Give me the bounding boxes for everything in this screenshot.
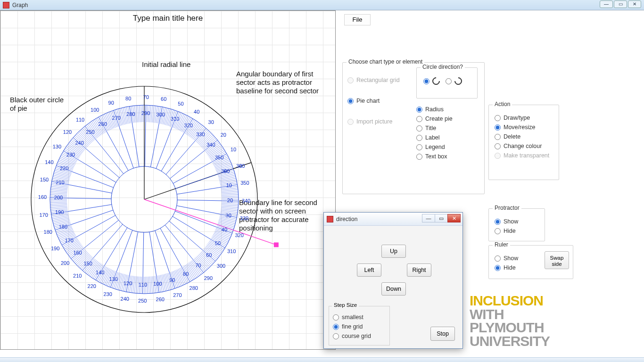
svg-text:210: 210 [73, 273, 82, 279]
svg-line-204 [50, 202, 67, 203]
svg-text:270: 270 [112, 115, 121, 121]
svg-line-21 [221, 191, 238, 193]
svg-text:70: 70 [143, 94, 149, 100]
radio-create-pie[interactable]: Create pie [416, 115, 478, 122]
up-button[interactable]: Up [381, 245, 406, 258]
svg-text:10: 10 [226, 182, 232, 188]
stop-button[interactable]: Stop [430, 327, 455, 341]
choose-legend: Choose chart type or element [347, 58, 424, 65]
svg-line-201 [50, 206, 67, 207]
clockwise-icon [431, 76, 442, 87]
step-size-group: Step Size smallest fine grid course grid [329, 306, 390, 346]
radio-step-course[interactable]: course grid [333, 333, 386, 339]
radio-pie-chart[interactable]: Pie chart [347, 98, 413, 104]
svg-line-224 [55, 170, 71, 175]
svg-line-112 [149, 277, 151, 294]
svg-text:110: 110 [76, 117, 84, 123]
dialog-titlebar[interactable]: direction — ▭ ✕ [324, 213, 462, 226]
radio-move-resize[interactable]: Move/resize [495, 124, 553, 131]
svg-text:140: 140 [96, 270, 104, 275]
svg-line-291 [136, 106, 138, 123]
svg-line-29 [222, 204, 239, 205]
svg-text:190: 190 [51, 246, 59, 251]
window-titlebar: Graph — ▭ ✕ [0, 0, 644, 10]
right-button[interactable]: Right [407, 263, 431, 277]
svg-text:120: 120 [63, 129, 72, 135]
svg-text:200: 200 [61, 260, 69, 266]
radio-direction-cw[interactable] [423, 77, 440, 85]
svg-text:240: 240 [75, 140, 83, 146]
svg-line-202 [50, 205, 67, 206]
radio-delete[interactable]: Delete [495, 133, 553, 140]
radio-text-box[interactable]: Text box [416, 153, 478, 160]
svg-text:290: 290 [204, 275, 213, 281]
footer-logo: INCLUSION WITH PLYMOUTH UNIVERSITY [470, 294, 550, 348]
down-button[interactable]: Down [381, 282, 406, 296]
choose-chart-group: Choose chart type or element Rectangular… [342, 62, 485, 194]
radio-step-fine[interactable]: fine grid [333, 323, 386, 330]
direction-dialog[interactable]: direction — ▭ ✕ Up Left Right Down Step … [323, 212, 463, 349]
svg-text:90: 90 [169, 277, 175, 283]
svg-text:280: 280 [190, 285, 198, 291]
svg-text:360: 360 [236, 163, 245, 169]
svg-text:180: 180 [44, 229, 52, 235]
svg-text:310: 310 [227, 248, 236, 254]
svg-text:300: 300 [217, 263, 225, 269]
radio-label[interactable]: Label [416, 134, 478, 141]
svg-text:30: 30 [226, 213, 231, 218]
svg-text:60: 60 [161, 96, 166, 102]
svg-line-233 [60, 156, 75, 164]
circle-direction-group: Circle direction? [416, 67, 478, 99]
radio-rectangular-grid[interactable]: Rectangular grid [347, 77, 413, 83]
svg-line-51 [215, 232, 230, 239]
radio-change-colour[interactable]: Change colour [495, 143, 553, 149]
svg-text:140: 140 [45, 159, 53, 165]
maximize-button[interactable]: ▭ [614, 0, 627, 8]
svg-text:130: 130 [109, 276, 118, 282]
svg-line-122 [134, 276, 136, 293]
radio-title[interactable]: Title [416, 125, 478, 132]
radio-import-picture[interactable]: Import picture [347, 118, 413, 125]
radio-draw-type[interactable]: Draw/type [495, 115, 553, 121]
file-menu-button[interactable]: File [344, 14, 371, 25]
window-title: Graph [12, 2, 28, 8]
protractor-group: Protractor Show Hide [488, 208, 545, 241]
dialog-maximize-button[interactable]: ▭ [435, 214, 448, 222]
svg-line-5 [144, 199, 276, 245]
radio-protractor-hide[interactable]: Hide [495, 228, 539, 234]
swap-side-button[interactable]: Swap side [545, 251, 569, 269]
radio-direction-ccw[interactable] [446, 77, 462, 85]
svg-line-210 [50, 193, 67, 194]
radio-protractor-show[interactable]: Show [495, 218, 539, 225]
svg-line-361 [215, 159, 230, 166]
svg-text:250: 250 [138, 298, 147, 304]
app-icon [327, 216, 333, 222]
svg-text:60: 60 [206, 252, 212, 258]
dialog-minimize-button[interactable]: — [422, 214, 435, 222]
svg-text:190: 190 [55, 209, 64, 215]
protractor-svg: 0102030405060708090100110120130140150160… [0, 11, 336, 350]
svg-text:10: 10 [231, 147, 236, 152]
radio-ruler-hide[interactable]: Hide [495, 264, 543, 271]
minimize-button[interactable]: — [600, 0, 613, 8]
svg-text:200: 200 [54, 195, 63, 200]
close-button[interactable]: ✕ [628, 0, 641, 8]
ruler-group: Ruler Show Hide Swap side [488, 245, 573, 279]
svg-rect-6 [274, 242, 279, 247]
radio-ruler-show[interactable]: Show [495, 255, 543, 262]
chart-canvas[interactable]: Type main title here Initial radial line… [0, 10, 336, 350]
svg-text:110: 110 [139, 282, 147, 288]
svg-text:340: 340 [206, 142, 215, 148]
radio-legend[interactable]: Legend [416, 144, 478, 150]
svg-text:330: 330 [240, 215, 248, 221]
svg-text:150: 150 [40, 177, 49, 182]
radio-make-transparent[interactable]: Make transparent [495, 152, 553, 159]
dialog-close-button[interactable]: ✕ [447, 214, 461, 222]
left-button[interactable]: Left [357, 263, 381, 277]
svg-text:330: 330 [196, 132, 205, 137]
svg-text:70: 70 [195, 263, 201, 268]
svg-text:320: 320 [184, 123, 193, 128]
radio-radius[interactable]: Radius [416, 106, 478, 113]
radio-step-smallest[interactable]: smallest [333, 314, 386, 321]
counter-clockwise-icon [453, 76, 464, 87]
